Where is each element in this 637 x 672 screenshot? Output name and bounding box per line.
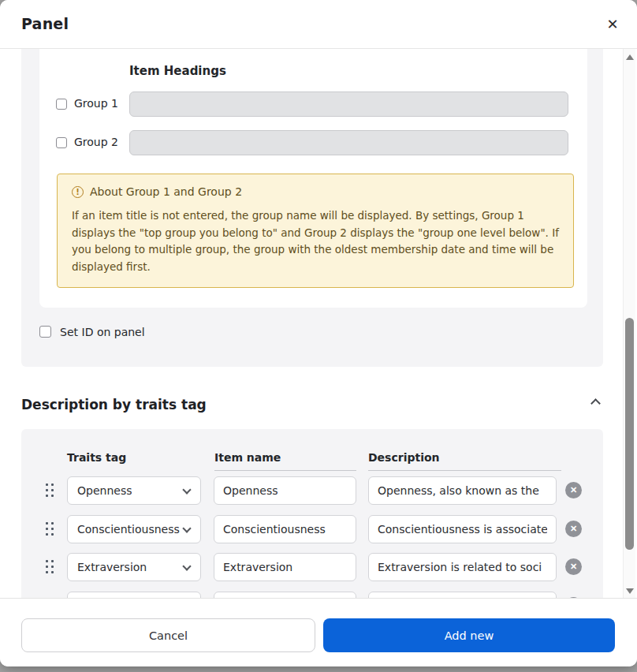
item-name-input[interactable] bbox=[214, 476, 356, 505]
group-1-row: Group 1 bbox=[39, 91, 587, 117]
remove-row-button[interactable]: ✕ bbox=[565, 558, 582, 575]
scrollbar-thumb[interactable] bbox=[625, 318, 634, 550]
notice-body: If an item title is not entered, the gro… bbox=[72, 207, 559, 275]
set-id-label: Set ID on panel bbox=[60, 326, 145, 338]
description-input[interactable] bbox=[368, 553, 557, 581]
close-icon: ✕ bbox=[570, 524, 577, 533]
close-button[interactable]: ✕ bbox=[601, 13, 624, 36]
item-headings-section: Item Headings Group 1 Group 2 ! About Gr… bbox=[21, 49, 603, 367]
chevron-down-icon bbox=[182, 485, 191, 494]
traits-section-header: Description by traits tag bbox=[21, 397, 602, 419]
notice-title-row: ! About Group 1 and Group 2 bbox=[72, 185, 559, 198]
group-1-label: Group 1 bbox=[74, 97, 118, 110]
notice-title: About Group 1 and Group 2 bbox=[90, 185, 242, 198]
description-input[interactable] bbox=[368, 476, 557, 505]
traits-tag-select[interactable]: Extraversion bbox=[67, 553, 201, 581]
trait-row: Extraversion ✕ bbox=[21, 553, 603, 581]
traits-table-section: Traits tag Item name Description Opennes… bbox=[21, 429, 603, 598]
chevron-down-icon bbox=[182, 524, 191, 532]
group-1-title-input bbox=[129, 91, 568, 117]
trait-row: ✕ bbox=[21, 592, 603, 599]
drag-handle-icon[interactable] bbox=[46, 483, 48, 486]
col-header-item-name: Item name bbox=[214, 451, 281, 464]
group-1-checkbox[interactable] bbox=[56, 99, 67, 110]
item-headings-title: Item Headings bbox=[129, 64, 226, 78]
traits-tag-select[interactable]: Openness bbox=[67, 476, 201, 505]
close-icon: ✕ bbox=[570, 562, 577, 571]
group-2-checkbox[interactable] bbox=[56, 137, 67, 148]
group-2-row: Group 2 bbox=[39, 130, 587, 155]
remove-row-button[interactable]: ✕ bbox=[565, 482, 582, 498]
traits-tag-selected-value: Extraversion bbox=[77, 561, 147, 573]
drag-handle-icon[interactable] bbox=[46, 560, 48, 562]
traits-section-title: Description by traits tag bbox=[21, 397, 207, 413]
modal-footer: Cancel Add new bbox=[0, 598, 637, 666]
scrollbar[interactable] bbox=[623, 49, 635, 598]
item-name-input[interactable] bbox=[214, 553, 356, 581]
panel-modal: Panel ✕ Item Headings Group 1 Group 2 bbox=[0, 0, 637, 666]
traits-tag-select[interactable] bbox=[67, 592, 201, 599]
col-header-traits-tag: Traits tag bbox=[67, 451, 126, 464]
modal-title: Panel bbox=[21, 15, 69, 32]
description-input[interactable] bbox=[368, 515, 557, 543]
traits-tag-select[interactable]: Conscientiousness bbox=[67, 515, 201, 543]
traits-tag-selected-value: Openness bbox=[77, 484, 132, 497]
close-icon: ✕ bbox=[570, 485, 577, 495]
set-id-row: Set ID on panel bbox=[39, 323, 145, 339]
cancel-button[interactable]: Cancel bbox=[21, 618, 315, 652]
traits-table-headers: Traits tag Item name Description bbox=[21, 451, 603, 467]
about-groups-notice: ! About Group 1 and Group 2 If an item t… bbox=[57, 174, 574, 288]
description-input[interactable] bbox=[368, 592, 557, 599]
item-name-input[interactable] bbox=[214, 515, 356, 543]
scroll-down-icon[interactable] bbox=[626, 588, 634, 594]
add-new-button[interactable]: Add new bbox=[323, 618, 615, 652]
scroll-up-icon[interactable] bbox=[626, 54, 634, 60]
group-2-title-input bbox=[129, 130, 568, 155]
traits-rows: Openness ✕ Conscientiousness ✕ Extravers… bbox=[21, 476, 603, 598]
group-2-label: Group 2 bbox=[74, 136, 118, 148]
trait-row: Conscientiousness ✕ bbox=[21, 515, 603, 543]
trait-row: Openness ✕ bbox=[21, 476, 603, 505]
remove-row-button[interactable]: ✕ bbox=[565, 521, 582, 537]
description-underline bbox=[368, 470, 561, 471]
traits-tag-selected-value: Conscientiousness bbox=[77, 523, 180, 536]
item-name-underline bbox=[214, 470, 356, 471]
col-header-description: Description bbox=[368, 451, 440, 464]
modal-header: Panel ✕ bbox=[0, 0, 637, 49]
modal-body: Item Headings Group 1 Group 2 ! About Gr… bbox=[0, 49, 623, 598]
chevron-up-icon[interactable] bbox=[590, 398, 601, 409]
set-id-checkbox[interactable] bbox=[39, 326, 51, 338]
item-headings-card: Item Headings Group 1 Group 2 ! About Gr… bbox=[39, 49, 587, 308]
drag-handle-icon[interactable] bbox=[46, 522, 48, 525]
chevron-down-icon bbox=[182, 562, 191, 570]
info-circle-icon: ! bbox=[72, 186, 84, 198]
item-name-input[interactable] bbox=[214, 592, 356, 599]
